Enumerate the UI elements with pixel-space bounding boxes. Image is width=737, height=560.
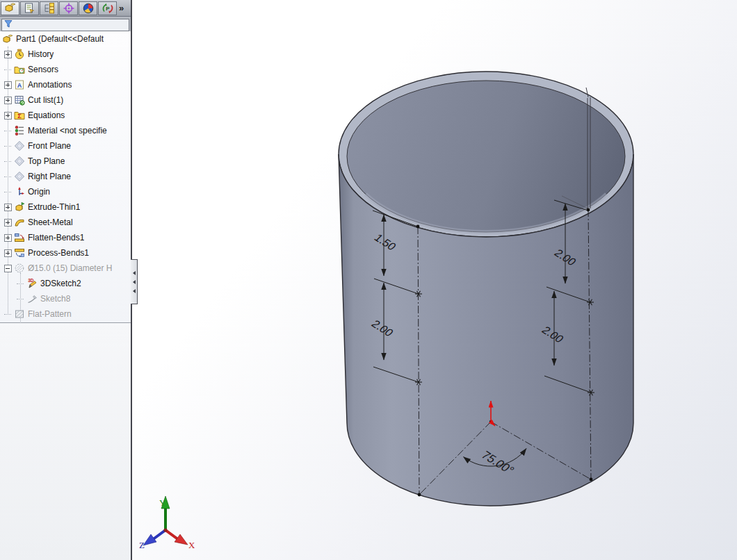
- expand-plus-icon[interactable]: [4, 51, 12, 58]
- hole-feature-icon: [14, 263, 25, 274]
- tree-item-flatten-bends1[interactable]: Flatten-Bends1: [0, 230, 131, 245]
- expand-plus-icon[interactable]: [4, 204, 12, 211]
- configurationmanager-icon: [43, 2, 56, 15]
- collapse-minus-icon[interactable]: [4, 265, 12, 272]
- svg-text:Σ: Σ: [17, 113, 22, 120]
- tree-item-front-plane[interactable]: Front Plane: [0, 138, 131, 154]
- tree-item-part1[interactable]: Part1 (Default<<Default: [0, 31, 131, 47]
- sensors-icon: [14, 64, 25, 75]
- expand-plus-icon[interactable]: [4, 234, 12, 242]
- plane-icon: [14, 171, 25, 182]
- tab-configurationmanager[interactable]: [40, 1, 58, 15]
- tree-item-sheet-metal[interactable]: Sheet-Metal: [0, 215, 131, 230]
- manager-tabs: P »: [0, 0, 131, 17]
- tree-item-3dsketch2[interactable]: 3D 3DSketch2: [0, 276, 131, 291]
- tab-featuremanager[interactable]: [1, 1, 19, 15]
- tree-item-process-bends1[interactable]: Process-Bends1: [0, 245, 131, 261]
- tab-displaymanager[interactable]: [79, 1, 97, 15]
- history-icon: [14, 49, 25, 60]
- graphics-area[interactable]: 75.00° 1.50 2.00 2.00 2.00: [132, 0, 737, 560]
- triad-x-arrow: [175, 534, 188, 545]
- triad-x-label: X: [188, 540, 195, 550]
- triad-y-label: Y: [159, 497, 166, 508]
- dimxpert-icon: [63, 2, 75, 15]
- tree-item-flat-pattern[interactable]: Flat-Pattern: [0, 306, 131, 322]
- equations-icon: Σ: [14, 110, 25, 121]
- expand-plus-icon[interactable]: [4, 249, 12, 257]
- tree-item-sensors[interactable]: Sensors: [0, 62, 131, 77]
- more-tabs-button[interactable]: »: [119, 3, 124, 13]
- panel-empty-area: [0, 323, 131, 560]
- extrude-thin-icon: [14, 201, 25, 213]
- displaymanager-icon: [82, 2, 95, 15]
- collapse-arrow-icon: [133, 289, 136, 293]
- featuremanager-panel: P » Part1 (Default<<Default History Sens…: [0, 0, 132, 560]
- part-icon: [2, 33, 13, 44]
- expand-plus-icon[interactable]: [4, 219, 12, 227]
- expand-plus-icon[interactable]: [4, 81, 12, 89]
- filter-field[interactable]: [1, 19, 129, 31]
- feature-tree: Part1 (Default<<Default History Sensors …: [0, 31, 131, 323]
- tree-item-top-plane[interactable]: Top Plane: [0, 154, 131, 169]
- tree-item-diameter-hole[interactable]: Ø15.0 (15) Diameter H: [0, 261, 131, 276]
- triad-z-label: Z: [139, 540, 145, 550]
- triad-z-arrow: [143, 534, 156, 545]
- tab-cam-manager[interactable]: P: [98, 1, 117, 15]
- tree-item-extrude-thin1[interactable]: Extrude-Thin1: [0, 199, 131, 215]
- tree-item-right-plane[interactable]: Right Plane: [0, 169, 131, 184]
- plane-icon: [14, 140, 25, 151]
- sketch-icon: [26, 293, 38, 304]
- annotations-icon: A: [14, 79, 25, 90]
- panel-splitter-handle[interactable]: [131, 259, 138, 304]
- propertymanager-icon: [24, 2, 36, 15]
- process-bends-icon: [14, 247, 25, 258]
- collapse-arrow-icon: [133, 271, 136, 275]
- origin-icon: [14, 186, 25, 197]
- expand-plus-icon[interactable]: [4, 112, 12, 120]
- filter-funnel-icon: [3, 19, 13, 31]
- cut-list-icon: [14, 94, 25, 106]
- 3d-sketch-icon: 3D: [26, 278, 38, 289]
- plane-icon: [14, 156, 25, 167]
- tree-item-history[interactable]: History: [0, 47, 131, 62]
- tree-item-annotations[interactable]: A Annotations: [0, 77, 131, 92]
- sheet-metal-icon: [14, 217, 25, 228]
- flatten-bends-icon: [14, 232, 25, 243]
- tree-item-material[interactable]: Material <not specifie: [0, 123, 131, 138]
- tab-propertymanager[interactable]: [20, 1, 39, 15]
- tree-item-origin[interactable]: Origin: [0, 184, 131, 199]
- svg-text:P: P: [106, 6, 110, 12]
- flat-pattern-icon: [14, 308, 25, 320]
- expand-plus-icon[interactable]: [4, 97, 12, 104]
- tree-item-cut-list[interactable]: Cut list(1): [0, 92, 131, 108]
- view-triad: Y Z X: [139, 496, 195, 550]
- tree-item-sketch8[interactable]: Sketch8: [0, 291, 131, 306]
- svg-text:A: A: [17, 82, 22, 89]
- collapse-arrow-icon: [133, 280, 136, 284]
- tree-item-equations[interactable]: Σ Equations: [0, 108, 131, 123]
- filter-input[interactable]: [13, 19, 129, 31]
- tab-dimxpertmanager[interactable]: [59, 1, 78, 15]
- 3d-viewport[interactable]: 75.00° 1.50 2.00 2.00 2.00: [132, 0, 737, 560]
- material-icon: [14, 125, 25, 136]
- cam-icon: P: [102, 2, 114, 15]
- part-icon: [4, 2, 16, 14]
